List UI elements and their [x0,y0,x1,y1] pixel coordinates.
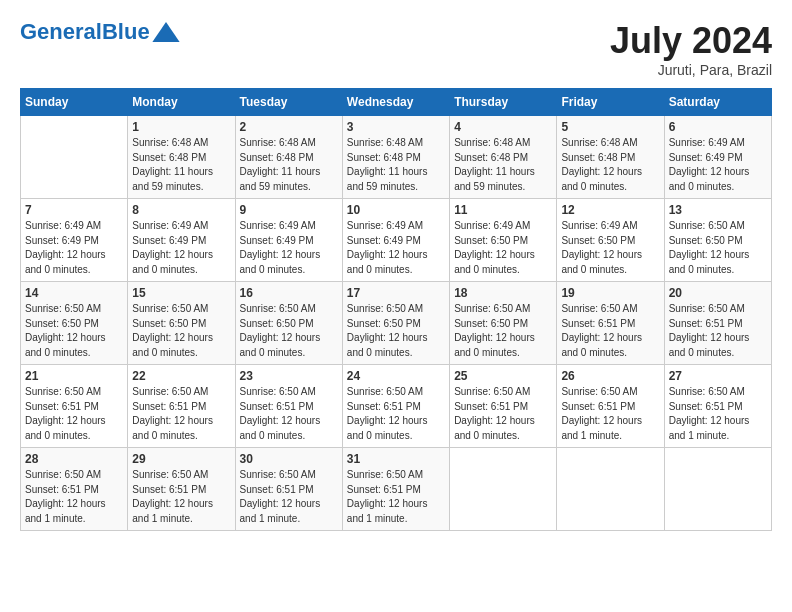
day-cell: 1Sunrise: 6:48 AM Sunset: 6:48 PM Daylig… [128,116,235,199]
day-info: Sunrise: 6:48 AM Sunset: 6:48 PM Dayligh… [561,136,659,194]
day-cell: 19Sunrise: 6:50 AM Sunset: 6:51 PM Dayli… [557,282,664,365]
day-cell: 23Sunrise: 6:50 AM Sunset: 6:51 PM Dayli… [235,365,342,448]
day-info: Sunrise: 6:48 AM Sunset: 6:48 PM Dayligh… [347,136,445,194]
day-cell: 31Sunrise: 6:50 AM Sunset: 6:51 PM Dayli… [342,448,449,531]
day-number: 10 [347,203,445,217]
week-row-1: 1Sunrise: 6:48 AM Sunset: 6:48 PM Daylig… [21,116,772,199]
day-info: Sunrise: 6:49 AM Sunset: 6:50 PM Dayligh… [561,219,659,277]
day-info: Sunrise: 6:50 AM Sunset: 6:51 PM Dayligh… [561,302,659,360]
day-cell: 13Sunrise: 6:50 AM Sunset: 6:50 PM Dayli… [664,199,771,282]
calendar-header: SundayMondayTuesdayWednesdayThursdayFrid… [21,89,772,116]
header-cell-friday: Friday [557,89,664,116]
logo: GeneralBlue [20,20,180,44]
day-info: Sunrise: 6:50 AM Sunset: 6:51 PM Dayligh… [454,385,552,443]
day-number: 27 [669,369,767,383]
day-cell: 11Sunrise: 6:49 AM Sunset: 6:50 PM Dayli… [450,199,557,282]
day-info: Sunrise: 6:50 AM Sunset: 6:51 PM Dayligh… [25,385,123,443]
header-cell-thursday: Thursday [450,89,557,116]
header-cell-wednesday: Wednesday [342,89,449,116]
day-number: 5 [561,120,659,134]
day-cell: 21Sunrise: 6:50 AM Sunset: 6:51 PM Dayli… [21,365,128,448]
week-row-4: 21Sunrise: 6:50 AM Sunset: 6:51 PM Dayli… [21,365,772,448]
day-number: 31 [347,452,445,466]
day-number: 3 [347,120,445,134]
day-number: 9 [240,203,338,217]
day-info: Sunrise: 6:50 AM Sunset: 6:51 PM Dayligh… [669,385,767,443]
day-number: 16 [240,286,338,300]
day-info: Sunrise: 6:48 AM Sunset: 6:48 PM Dayligh… [132,136,230,194]
logo-icon [152,22,180,42]
day-cell: 12Sunrise: 6:49 AM Sunset: 6:50 PM Dayli… [557,199,664,282]
day-cell [21,116,128,199]
day-info: Sunrise: 6:49 AM Sunset: 6:49 PM Dayligh… [347,219,445,277]
day-cell: 16Sunrise: 6:50 AM Sunset: 6:50 PM Dayli… [235,282,342,365]
day-cell: 29Sunrise: 6:50 AM Sunset: 6:51 PM Dayli… [128,448,235,531]
day-number: 21 [25,369,123,383]
day-cell: 30Sunrise: 6:50 AM Sunset: 6:51 PM Dayli… [235,448,342,531]
calendar-body: 1Sunrise: 6:48 AM Sunset: 6:48 PM Daylig… [21,116,772,531]
day-number: 11 [454,203,552,217]
day-number: 19 [561,286,659,300]
day-number: 18 [454,286,552,300]
page-header: GeneralBlue July 2024 Juruti, Para, Braz… [20,20,772,78]
day-number: 30 [240,452,338,466]
day-cell: 26Sunrise: 6:50 AM Sunset: 6:51 PM Dayli… [557,365,664,448]
day-number: 29 [132,452,230,466]
day-cell [557,448,664,531]
day-cell: 22Sunrise: 6:50 AM Sunset: 6:51 PM Dayli… [128,365,235,448]
day-cell: 7Sunrise: 6:49 AM Sunset: 6:49 PM Daylig… [21,199,128,282]
day-info: Sunrise: 6:48 AM Sunset: 6:48 PM Dayligh… [240,136,338,194]
day-info: Sunrise: 6:49 AM Sunset: 6:49 PM Dayligh… [669,136,767,194]
title-block: July 2024 Juruti, Para, Brazil [610,20,772,78]
day-cell: 15Sunrise: 6:50 AM Sunset: 6:50 PM Dayli… [128,282,235,365]
day-info: Sunrise: 6:49 AM Sunset: 6:49 PM Dayligh… [25,219,123,277]
day-info: Sunrise: 6:50 AM Sunset: 6:50 PM Dayligh… [454,302,552,360]
day-number: 7 [25,203,123,217]
header-cell-tuesday: Tuesday [235,89,342,116]
header-row: SundayMondayTuesdayWednesdayThursdayFrid… [21,89,772,116]
day-info: Sunrise: 6:50 AM Sunset: 6:51 PM Dayligh… [132,385,230,443]
day-number: 20 [669,286,767,300]
day-cell: 28Sunrise: 6:50 AM Sunset: 6:51 PM Dayli… [21,448,128,531]
header-cell-monday: Monday [128,89,235,116]
day-number: 13 [669,203,767,217]
day-cell: 9Sunrise: 6:49 AM Sunset: 6:49 PM Daylig… [235,199,342,282]
header-cell-saturday: Saturday [664,89,771,116]
day-info: Sunrise: 6:50 AM Sunset: 6:51 PM Dayligh… [347,385,445,443]
day-info: Sunrise: 6:50 AM Sunset: 6:51 PM Dayligh… [132,468,230,526]
day-info: Sunrise: 6:50 AM Sunset: 6:51 PM Dayligh… [669,302,767,360]
day-info: Sunrise: 6:49 AM Sunset: 6:49 PM Dayligh… [240,219,338,277]
header-cell-sunday: Sunday [21,89,128,116]
day-number: 28 [25,452,123,466]
day-number: 15 [132,286,230,300]
week-row-5: 28Sunrise: 6:50 AM Sunset: 6:51 PM Dayli… [21,448,772,531]
day-info: Sunrise: 6:50 AM Sunset: 6:51 PM Dayligh… [25,468,123,526]
day-number: 26 [561,369,659,383]
day-info: Sunrise: 6:50 AM Sunset: 6:50 PM Dayligh… [347,302,445,360]
day-info: Sunrise: 6:50 AM Sunset: 6:51 PM Dayligh… [240,468,338,526]
day-cell: 24Sunrise: 6:50 AM Sunset: 6:51 PM Dayli… [342,365,449,448]
day-info: Sunrise: 6:50 AM Sunset: 6:51 PM Dayligh… [347,468,445,526]
day-cell: 6Sunrise: 6:49 AM Sunset: 6:49 PM Daylig… [664,116,771,199]
day-number: 6 [669,120,767,134]
day-cell: 17Sunrise: 6:50 AM Sunset: 6:50 PM Dayli… [342,282,449,365]
calendar-table: SundayMondayTuesdayWednesdayThursdayFrid… [20,88,772,531]
day-cell: 2Sunrise: 6:48 AM Sunset: 6:48 PM Daylig… [235,116,342,199]
day-cell: 25Sunrise: 6:50 AM Sunset: 6:51 PM Dayli… [450,365,557,448]
day-number: 17 [347,286,445,300]
day-info: Sunrise: 6:50 AM Sunset: 6:51 PM Dayligh… [561,385,659,443]
day-info: Sunrise: 6:48 AM Sunset: 6:48 PM Dayligh… [454,136,552,194]
day-number: 25 [454,369,552,383]
svg-marker-0 [152,22,179,42]
day-cell: 27Sunrise: 6:50 AM Sunset: 6:51 PM Dayli… [664,365,771,448]
day-number: 23 [240,369,338,383]
day-cell: 3Sunrise: 6:48 AM Sunset: 6:48 PM Daylig… [342,116,449,199]
day-cell: 20Sunrise: 6:50 AM Sunset: 6:51 PM Dayli… [664,282,771,365]
day-number: 4 [454,120,552,134]
day-cell [664,448,771,531]
logo-text: GeneralBlue [20,20,150,44]
location: Juruti, Para, Brazil [610,62,772,78]
week-row-3: 14Sunrise: 6:50 AM Sunset: 6:50 PM Dayli… [21,282,772,365]
day-number: 2 [240,120,338,134]
day-cell: 18Sunrise: 6:50 AM Sunset: 6:50 PM Dayli… [450,282,557,365]
